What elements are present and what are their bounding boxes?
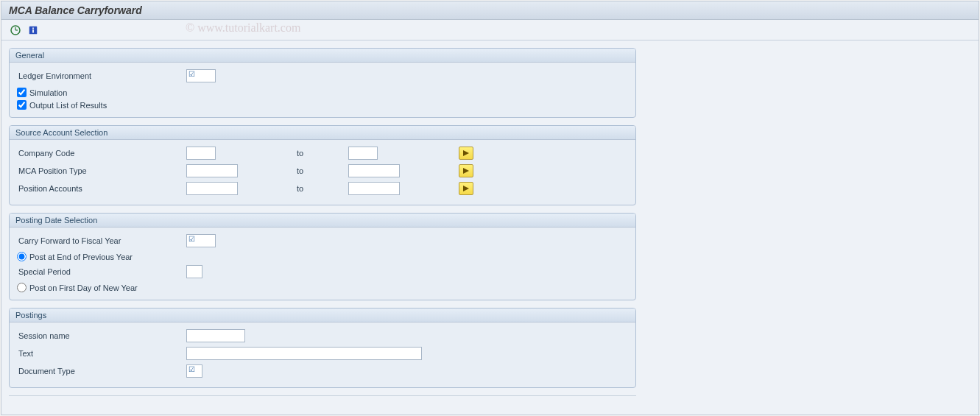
info-icon[interactable] (27, 24, 40, 37)
group-general: General Ledger Environment ☑ Simulation (9, 48, 636, 118)
checkbox-simulation[interactable] (17, 88, 27, 97)
label-company-code: Company Code (17, 149, 186, 158)
multi-select-button[interactable] (459, 182, 473, 195)
label-session-name: Session name (17, 331, 186, 340)
input-special-period[interactable] (186, 265, 202, 278)
label-new-year: Post on First Day of New Year (29, 283, 138, 292)
checkbox-output-list[interactable] (17, 100, 27, 110)
to-label-1: to (289, 166, 348, 175)
label-simulation: Simulation (29, 88, 67, 97)
radio-new-year[interactable] (17, 283, 27, 292)
label-document-type: Document Type (17, 367, 186, 376)
input-mca-position-from[interactable] (186, 164, 238, 177)
label-special-period: Special Period (17, 267, 186, 276)
input-company-code-to[interactable] (348, 147, 378, 160)
label-text: Text (17, 349, 186, 358)
watermark: © www.tutorialkart.com (186, 21, 300, 35)
group-title-postings: Postings (10, 309, 635, 322)
input-session-name[interactable] (186, 329, 245, 342)
multi-select-button[interactable] (459, 147, 473, 160)
input-document-type[interactable] (186, 364, 202, 378)
group-title-general: General (10, 49, 635, 63)
input-position-accounts-to[interactable] (348, 182, 400, 195)
group-source: Source Account Selection Company Code to (9, 125, 636, 205)
group-postings: Postings Session name Text Document Type (9, 308, 636, 388)
group-posting-date: Posting Date Selection Carry Forward to … (9, 213, 636, 300)
label-carry-forward: Carry Forward to Fiscal Year (17, 236, 186, 245)
to-label-0: to (289, 149, 348, 158)
form-area: General Ledger Environment ☑ Simulation (1, 40, 979, 403)
input-company-code-from[interactable] (186, 147, 216, 160)
svg-rect-4 (32, 27, 34, 29)
input-carry-forward[interactable] (186, 234, 216, 247)
input-position-accounts-from[interactable] (186, 182, 238, 195)
multi-select-button[interactable] (459, 164, 473, 177)
page-title: MCA Balance Carryforward (9, 4, 142, 16)
group-title-source: Source Account Selection (10, 126, 635, 140)
divider (9, 395, 636, 396)
radio-prev-year[interactable] (17, 252, 27, 261)
to-label-2: to (289, 184, 348, 193)
label-mca-position-type: MCA Position Type (17, 166, 186, 175)
label-prev-year: Post at End of Previous Year (29, 253, 133, 261)
label-position-accounts: Position Accounts (17, 184, 186, 193)
toolbar: © www.tutorialkart.com (1, 20, 979, 40)
label-output-list: Output List of Results (29, 101, 107, 110)
title-bar: MCA Balance Carryforward (1, 1, 979, 20)
input-mca-position-to[interactable] (348, 164, 400, 177)
app-container: MCA Balance Carryforward © www.tutorialk… (1, 1, 979, 415)
input-text[interactable] (186, 347, 422, 360)
group-title-posting-date: Posting Date Selection (10, 214, 635, 228)
svg-rect-5 (32, 29, 34, 32)
input-ledger-env[interactable] (186, 69, 216, 82)
execute-icon[interactable] (9, 24, 22, 37)
label-ledger-env: Ledger Environment (17, 71, 186, 80)
